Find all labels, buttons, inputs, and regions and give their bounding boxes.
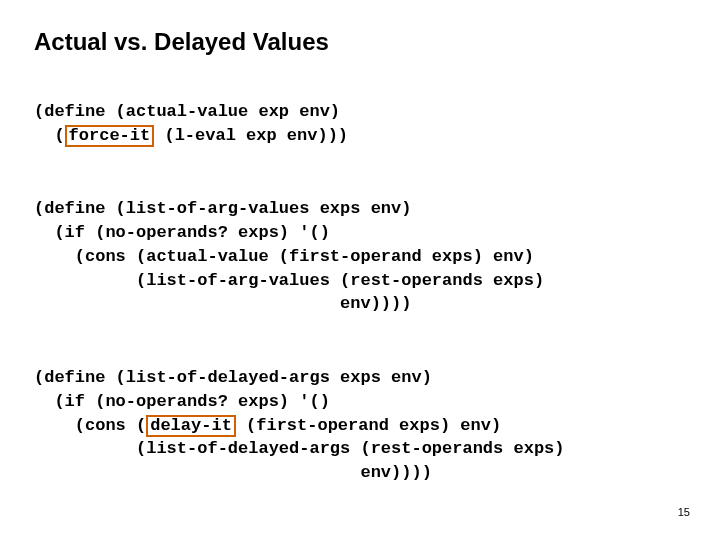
code-line-part: (first-operand exps) env): [236, 416, 501, 435]
code-block-3: (define (list-of-delayed-args exps env) …: [34, 342, 686, 485]
code-line-part: (l-eval exp env))): [154, 126, 348, 145]
code-line: (list-of-delayed-args (rest-operands exp…: [34, 439, 565, 458]
page-number: 15: [678, 506, 690, 518]
slide-title: Actual vs. Delayed Values: [34, 28, 686, 56]
code-line-part: (cons (: [34, 416, 146, 435]
code-line: (define (actual-value exp env): [34, 102, 340, 121]
code-block-1: (define (actual-value exp env) (force-it…: [34, 76, 686, 147]
code-line: (define (list-of-delayed-args exps env): [34, 368, 432, 387]
highlight-force-it: force-it: [65, 125, 155, 148]
highlight-delay-it: delay-it: [146, 415, 236, 438]
code-line: (define (list-of-arg-values exps env): [34, 199, 411, 218]
code-block-2: (define (list-of-arg-values exps env) (i…: [34, 173, 686, 316]
code-line: env)))): [34, 294, 411, 313]
code-line: (cons (actual-value (first-operand exps)…: [34, 247, 534, 266]
code-line: (list-of-arg-values (rest-operands exps): [34, 271, 544, 290]
code-line: (if (no-operands? exps) '(): [34, 392, 330, 411]
code-line: (if (no-operands? exps) '(): [34, 223, 330, 242]
code-line-part: (: [34, 126, 65, 145]
code-line: env)))): [34, 463, 432, 482]
